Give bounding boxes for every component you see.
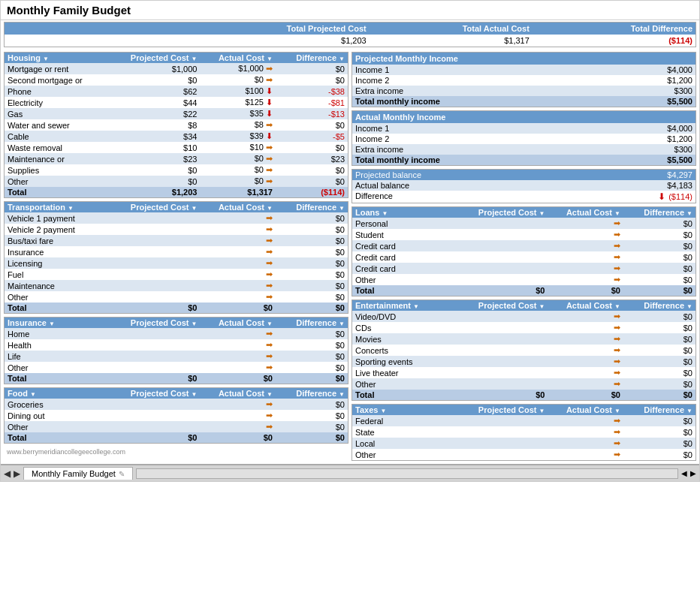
housing-projected-dropdown[interactable]: ▼ <box>192 56 198 62</box>
housing-row-label: Supplies <box>5 164 125 176</box>
taxes-row-label: Local <box>352 438 472 449</box>
housing-row-diff: $0 <box>276 74 348 86</box>
ent-diff-dd[interactable]: ▼ <box>686 303 692 310</box>
trans-act-dd[interactable]: ▼ <box>267 205 273 212</box>
food-row-actual: ➡ <box>200 410 276 421</box>
summary-top-header: Total Projected Cost Total Actual Cost T… <box>5 23 695 35</box>
trans-row-projected <box>125 212 201 224</box>
food-proj-dd[interactable]: ▼ <box>192 391 198 398</box>
loans-dropdown[interactable]: ▼ <box>382 210 388 217</box>
nav-right-icon[interactable]: ▶ <box>14 468 20 479</box>
trans-row-label: Fuel <box>5 269 125 280</box>
taxes-diff-dd[interactable]: ▼ <box>686 408 692 414</box>
horizontal-scrollbar[interactable] <box>136 468 678 479</box>
entertainment-dropdown[interactable]: ▼ <box>413 303 419 310</box>
taxes-act-dd[interactable]: ▼ <box>614 408 620 414</box>
housing-total-row: Total $1,203 $1,317 ($114) <box>5 187 348 197</box>
trans-row-diff: $0 <box>276 246 348 257</box>
housing-row-actual: $10 ➡ <box>200 142 276 153</box>
trans-proj-dd[interactable]: ▼ <box>192 205 198 212</box>
transportation-dropdown[interactable]: ▼ <box>68 205 74 212</box>
nav-left-icon[interactable]: ◀ <box>4 468 11 479</box>
trans-diff-dd[interactable]: ▼ <box>339 205 345 212</box>
taxes-projected-header: Projected Cost ▼ <box>472 405 548 415</box>
loans-row-label: Credit card <box>352 251 472 263</box>
scroll-left-icon[interactable]: ◀ <box>681 469 687 477</box>
housing-row: Other $0 $0 ➡ $0 <box>5 176 348 187</box>
housing-actual-header: Actual Cost ▼ <box>200 53 276 63</box>
loans-diff-dd[interactable]: ▼ <box>686 210 692 217</box>
ent-proj-dd[interactable]: ▼ <box>539 303 545 310</box>
food-act-dd[interactable]: ▼ <box>267 391 273 398</box>
food-diff-dd[interactable]: ▼ <box>339 391 345 398</box>
loans-row-diff: $0 <box>623 218 695 229</box>
loans-row-actual: ➡ <box>548 251 623 263</box>
trans-row-projected <box>125 224 201 235</box>
trans-row-actual: ➡ <box>200 212 276 224</box>
housing-row-actual: $0 ➡ <box>200 153 276 164</box>
loans-row: Personal ➡ $0 <box>352 218 695 229</box>
entertainment-header-row: Entertainment ▼ Projected Cost ▼ Actual … <box>352 300 695 311</box>
housing-diff-dropdown[interactable]: ▼ <box>339 56 345 62</box>
taxes-row-projected <box>472 438 548 449</box>
actual-balance-value: $4,183 <box>667 181 692 190</box>
row-arrow-icon: ➡ <box>614 241 620 250</box>
housing-row-actual: $35 ⬇ <box>200 108 276 119</box>
entertainment-projected-header: Projected Cost ▼ <box>472 300 548 311</box>
food-actual-header: Actual Cost ▼ <box>200 388 276 399</box>
food-total-diff: $0 <box>276 432 348 443</box>
trans-row-actual: ➡ <box>200 280 276 291</box>
food-row-diff: $0 <box>276 421 348 432</box>
loans-diff-header: Difference ▼ <box>623 207 695 218</box>
housing-actual-dropdown[interactable]: ▼ <box>267 56 273 62</box>
row-arrow-icon: ⬇ <box>266 98 273 107</box>
proj-income-value: $1,200 <box>667 76 692 85</box>
taxes-dropdown[interactable]: ▼ <box>380 408 386 414</box>
transportation-row: Vehicle 1 payment ➡ $0 <box>5 212 348 224</box>
food-dropdown[interactable]: ▼ <box>30 391 36 398</box>
taxes-proj-dd[interactable]: ▼ <box>539 408 545 414</box>
trans-row-projected <box>125 257 201 269</box>
loans-proj-dd[interactable]: ▼ <box>539 210 545 217</box>
transportation-projected-header: Projected Cost ▼ <box>125 202 201 212</box>
row-arrow-icon: ⬇ <box>266 86 273 95</box>
ent-act-dd[interactable]: ▼ <box>614 303 620 310</box>
ins-row-projected <box>125 339 201 351</box>
projected-income-row: Income 1 $4,000 <box>352 65 695 75</box>
ent-row-actual: ➡ <box>548 367 623 378</box>
ins-proj-dd[interactable]: ▼ <box>192 321 198 327</box>
transportation-row: Vehicle 2 payment ➡ $0 <box>5 224 348 235</box>
loans-row: Other ➡ $0 <box>352 274 695 285</box>
trans-row-projected <box>125 280 201 291</box>
loans-row-actual: ➡ <box>548 218 623 229</box>
trans-row-diff: $0 <box>276 280 348 291</box>
tab-monthly-family-budget[interactable]: Monthly Family Budget ✎ <box>23 467 133 480</box>
food-header-label: Food ▼ <box>5 388 125 399</box>
row-arrow-icon: ➡ <box>266 165 273 174</box>
scroll-right-icon[interactable]: ▶ <box>690 469 696 477</box>
loans-row: Credit card ➡ $0 <box>352 240 695 251</box>
loans-row-actual: ➡ <box>548 274 623 285</box>
housing-row-actual: $0 ➡ <box>200 74 276 86</box>
insurance-dropdown[interactable]: ▼ <box>49 321 55 327</box>
loans-row-projected <box>472 229 548 240</box>
taxes-row-actual: ➡ <box>548 438 623 449</box>
act-income-label: Extra income <box>355 145 403 154</box>
housing-dropdown[interactable]: ▼ <box>43 56 49 62</box>
loans-act-dd[interactable]: ▼ <box>614 210 620 217</box>
taxes-row-projected <box>472 426 548 438</box>
housing-total-diff: ($114) <box>276 187 348 197</box>
entertainment-row: CDs ➡ $0 <box>352 322 695 333</box>
entertainment-section: Entertainment ▼ Projected Cost ▼ Actual … <box>352 299 696 401</box>
row-arrow-icon: ➡ <box>614 230 620 239</box>
actual-income-row: Income 2 $1,200 <box>352 134 695 144</box>
ins-diff-dd[interactable]: ▼ <box>339 321 345 327</box>
row-arrow-icon: ➡ <box>266 258 273 267</box>
ins-act-dd[interactable]: ▼ <box>267 321 273 327</box>
food-row-label: Other <box>5 421 125 432</box>
housing-row-diff: -$38 <box>276 86 348 97</box>
taxes-row: State ➡ $0 <box>352 426 695 438</box>
entertainment-total-actual: $0 <box>548 390 623 400</box>
housing-row-actual: $0 ➡ <box>200 164 276 176</box>
entertainment-total-diff: $0 <box>623 390 695 400</box>
